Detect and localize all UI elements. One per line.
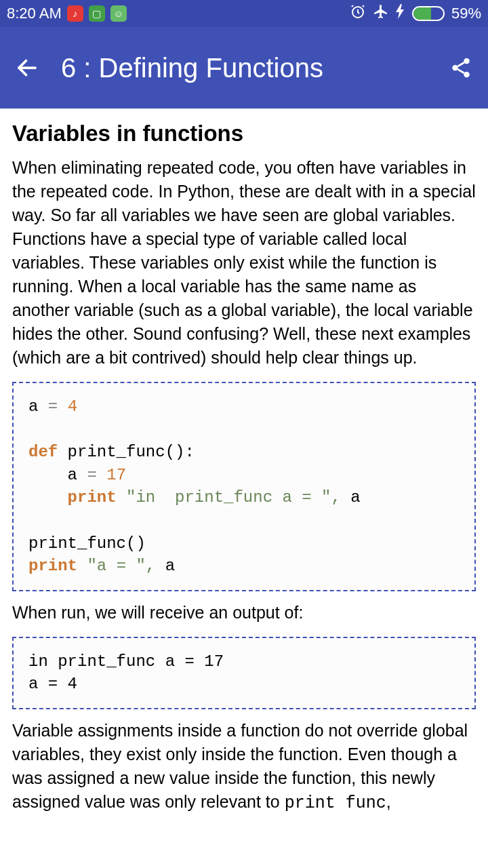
face-icon: ☺ (110, 5, 127, 22)
svg-point-3 (452, 65, 458, 71)
code-text: = (87, 466, 106, 484)
content-area: Variables in functions When eliminating … (0, 108, 488, 815)
text: , (386, 792, 391, 811)
code-text: a (350, 488, 360, 507)
bolt-icon (396, 4, 405, 23)
alarm-icon (350, 3, 366, 24)
code-text: print (28, 557, 87, 575)
code-text: 17 (106, 466, 126, 484)
share-button[interactable] (447, 54, 474, 81)
paragraph-2: When run, we will receive an output of: (12, 601, 476, 625)
code-text: "a = " (87, 557, 145, 575)
back-button[interactable] (14, 54, 41, 81)
code-text: 4 (68, 397, 77, 416)
code-text: a (28, 397, 48, 416)
code-text: print (68, 488, 126, 507)
code-text: = (48, 397, 68, 416)
code-text: a (28, 466, 87, 484)
status-bar: 8:20 AM ♪ ▢ ☺ 59% (0, 0, 488, 27)
text: print func (285, 793, 386, 813)
section-heading: Variables in functions (12, 121, 476, 146)
paragraph-3: Variable assignments inside a function d… (12, 719, 476, 815)
status-left: 8:20 AM ♪ ▢ ☺ (7, 5, 127, 22)
code-text: "in print_func a = " (126, 488, 331, 507)
app-bar: 6 : Defining Functions (0, 27, 488, 108)
paragraph-1: When eliminating repeated code, you ofte… (12, 156, 476, 370)
code-block-1: a = 4 def print_func(): a = 17 print "in… (12, 382, 476, 591)
code-text: a (165, 557, 175, 575)
code-block-2: in print_func a = 17 a = 4 (12, 637, 476, 709)
battery-percent: 59% (451, 5, 481, 22)
page-title: 6 : Defining Functions (61, 53, 427, 83)
code-text: , (146, 557, 165, 575)
status-time: 8:20 AM (7, 5, 62, 22)
code-text (28, 488, 68, 507)
code-text: def (28, 443, 68, 461)
code-text: print_func(): (68, 443, 195, 461)
code-text: , (331, 488, 350, 507)
svg-point-2 (464, 58, 470, 64)
text: Variable assignments inside a function d… (12, 721, 468, 811)
status-right: 59% (350, 3, 481, 24)
battery-icon (412, 6, 445, 21)
box-icon: ▢ (89, 5, 105, 22)
code-text: print_func() (28, 534, 146, 553)
airplane-icon (373, 3, 389, 24)
music-icon: ♪ (67, 5, 83, 22)
svg-point-4 (464, 72, 470, 78)
